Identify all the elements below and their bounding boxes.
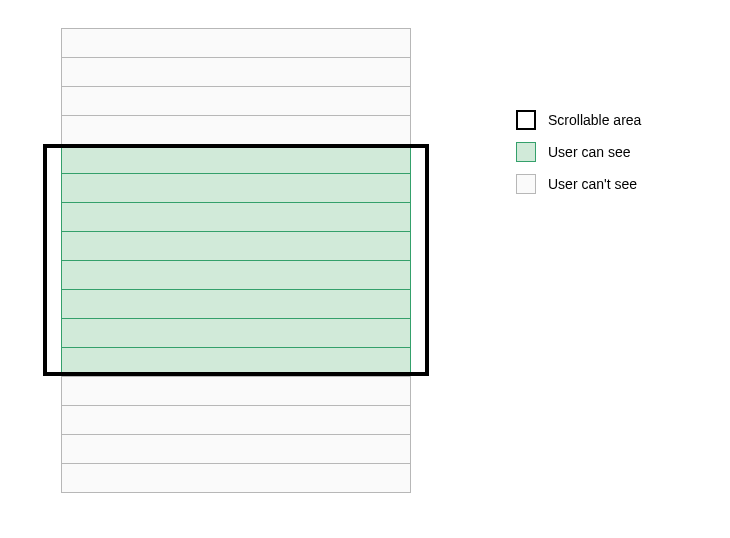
- list-stack: [61, 28, 411, 493]
- list-row-visible: [61, 318, 411, 348]
- legend: Scrollable area User can see User can't …: [516, 110, 641, 194]
- list-row-hidden: [61, 28, 411, 58]
- list-row-visible: [61, 260, 411, 290]
- list-row-visible: [61, 289, 411, 319]
- legend-item-visible: User can see: [516, 142, 641, 162]
- list-row-hidden: [61, 115, 411, 145]
- legend-label: Scrollable area: [548, 112, 641, 128]
- list-row-hidden: [61, 57, 411, 87]
- legend-item-invisible: User can't see: [516, 174, 641, 194]
- virtual-scroll-diagram: [61, 28, 411, 508]
- list-row-visible: [61, 231, 411, 261]
- list-row-hidden: [61, 376, 411, 406]
- legend-swatch-scrollable: [516, 110, 536, 130]
- list-row-hidden: [61, 434, 411, 464]
- legend-label: User can't see: [548, 176, 637, 192]
- list-row-visible: [61, 144, 411, 174]
- list-row-hidden: [61, 463, 411, 493]
- list-row-visible: [61, 202, 411, 232]
- list-row-hidden: [61, 405, 411, 435]
- legend-item-scrollable: Scrollable area: [516, 110, 641, 130]
- legend-swatch-invisible: [516, 174, 536, 194]
- legend-label: User can see: [548, 144, 630, 160]
- list-row-visible: [61, 347, 411, 377]
- list-row-hidden: [61, 86, 411, 116]
- list-row-visible: [61, 173, 411, 203]
- legend-swatch-visible: [516, 142, 536, 162]
